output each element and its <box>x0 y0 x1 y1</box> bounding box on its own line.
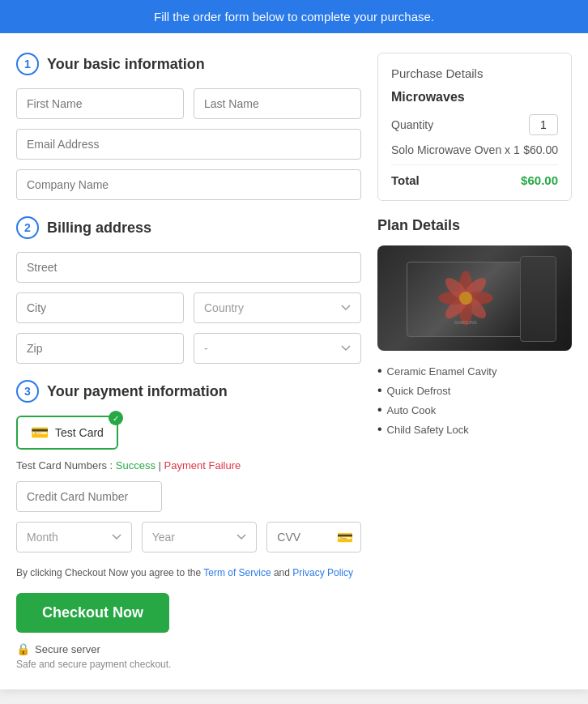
section2-number: 2 <box>16 216 39 239</box>
section2-title: Billing address <box>47 220 151 237</box>
test-card-numbers-label: Test Card Numbers : <box>16 459 113 471</box>
feature-3: Auto Cook <box>377 403 572 417</box>
test-card-label: Test Card <box>55 426 104 439</box>
quantity-value: 1 <box>529 114 558 135</box>
country-select[interactable]: Country <box>194 292 361 323</box>
section2-header: 2 Billing address <box>16 216 361 239</box>
feature-2: Quick Defrost <box>377 383 572 398</box>
section-billing: 2 Billing address Country - <box>16 216 361 364</box>
street-row <box>16 252 361 283</box>
card-icon: 💳 <box>31 424 49 442</box>
test-card-numbers-row: Test Card Numbers : Success | Payment Fa… <box>16 459 361 471</box>
svg-text:SAMSUNG: SAMSUNG <box>454 320 477 325</box>
name-row <box>16 88 361 119</box>
purchase-details-box: Purchase Details Microwaves Quantity 1 S… <box>377 53 572 201</box>
credit-card-input[interactable] <box>16 481 162 512</box>
success-link[interactable]: Success <box>116 459 156 471</box>
section1-number: 1 <box>16 53 39 75</box>
tos-link[interactable]: Term of Service <box>203 567 271 578</box>
company-row <box>16 169 361 200</box>
section3-title: Your payment information <box>47 383 228 400</box>
total-row: Total $60.00 <box>391 173 558 187</box>
svg-point-8 <box>459 292 472 305</box>
email-row <box>16 129 361 160</box>
quantity-row: Quantity 1 <box>391 114 558 135</box>
secure-row: 🔒 Secure server <box>16 642 361 655</box>
cvv-row: Month Year 💳 <box>16 522 361 553</box>
flower-decoration: SAMSUNG <box>412 262 519 335</box>
section1-header: 1 Your basic information <box>16 53 361 75</box>
lock-icon: 🔒 <box>16 642 30 655</box>
top-banner: Fill the order form below to complete yo… <box>0 0 588 33</box>
purchase-details-title: Purchase Details <box>391 66 558 80</box>
microwave-image: SAMSUNG <box>377 245 572 351</box>
safe-text: Safe and secure payment checkout. <box>16 659 361 670</box>
test-card-button[interactable]: 💳 Test Card ✓ <box>16 416 118 450</box>
cvv-card-icon: 💳 <box>337 530 353 545</box>
year-select[interactable]: Year <box>142 522 258 553</box>
item-label: Solo Microwave Oven x 1 <box>391 143 520 156</box>
privacy-link[interactable]: Privacy Policy <box>292 567 353 578</box>
total-price: $60.00 <box>521 173 558 187</box>
last-name-input[interactable] <box>194 88 361 119</box>
section1-title: Your basic information <box>47 56 205 73</box>
terms-text: By clicking Checkout Now you agree to th… <box>16 565 361 580</box>
features-list: Ceramic Enamel Cavity Quick Defrost Auto… <box>377 364 572 437</box>
company-name-input[interactable] <box>16 169 361 200</box>
checkout-button[interactable]: Checkout Now <box>16 593 169 633</box>
section-payment: 3 Your payment information 💳 Test Card ✓… <box>16 380 361 670</box>
feature-4: Child Safety Lock <box>377 422 572 437</box>
street-input[interactable] <box>16 252 361 283</box>
first-name-input[interactable] <box>16 88 184 119</box>
failure-link[interactable]: Payment Failure <box>164 459 241 471</box>
plan-details-title: Plan Details <box>377 217 572 234</box>
quantity-label: Quantity <box>391 118 433 131</box>
cvv-wrap: 💳 <box>266 522 361 553</box>
section3-header: 3 Your payment information <box>16 380 361 403</box>
section-basic-info: 1 Your basic information <box>16 53 361 200</box>
right-panel: Purchase Details Microwaves Quantity 1 S… <box>377 53 572 670</box>
item-row: Solo Microwave Oven x 1 $60.00 <box>391 143 558 165</box>
section3-number: 3 <box>16 380 39 403</box>
plan-details: Plan Details <box>377 217 572 437</box>
total-label: Total <box>391 173 420 187</box>
city-country-row: Country <box>16 292 361 323</box>
zip-state-row: - <box>16 333 361 364</box>
city-input[interactable] <box>16 292 184 323</box>
left-panel: 1 Your basic information <box>16 53 361 670</box>
email-input[interactable] <box>16 129 361 160</box>
feature-1: Ceramic Enamel Cavity <box>377 364 572 378</box>
zip-input[interactable] <box>16 333 184 364</box>
credit-card-row <box>16 481 361 512</box>
banner-text: Fill the order form below to complete yo… <box>154 10 434 23</box>
item-price: $60.00 <box>523 143 558 156</box>
month-select[interactable]: Month <box>16 522 132 553</box>
product-name: Microwaves <box>391 90 558 105</box>
secure-label: Secure server <box>35 643 100 655</box>
state-select[interactable]: - <box>194 333 361 364</box>
test-card-check-icon: ✓ <box>109 411 123 425</box>
